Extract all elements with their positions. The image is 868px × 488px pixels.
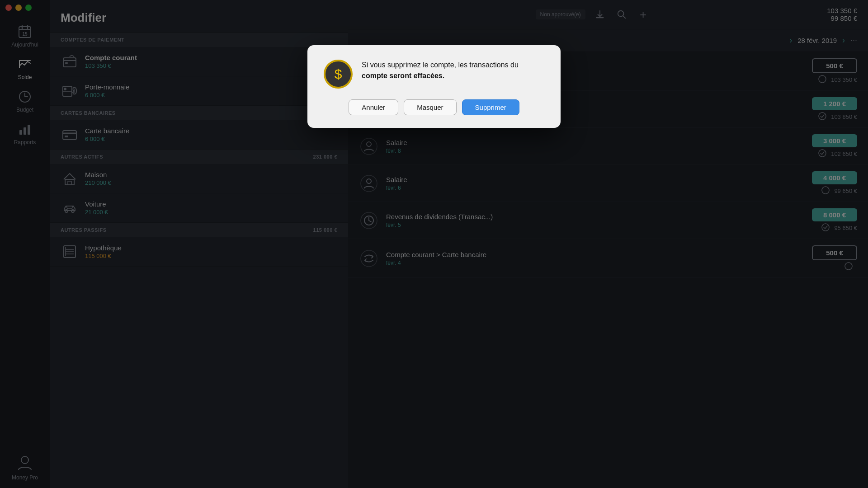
modal-top: $ Si vous supprimez le compte, les trans… xyxy=(324,60,544,89)
modal-buttons: Annuler Masquer Supprimer xyxy=(324,99,544,115)
hide-button[interactable]: Masquer xyxy=(404,99,456,115)
delete-confirmation-modal: $ Si vous supprimez le compte, les trans… xyxy=(307,45,561,128)
cancel-button[interactable]: Annuler xyxy=(349,99,398,115)
modal-dollar-icon: $ xyxy=(324,60,353,89)
modal-overlay[interactable]: $ Si vous supprimez le compte, les trans… xyxy=(0,0,868,488)
delete-button[interactable]: Supprimer xyxy=(462,99,519,115)
modal-message: Si vous supprimez le compte, les transac… xyxy=(362,60,519,81)
